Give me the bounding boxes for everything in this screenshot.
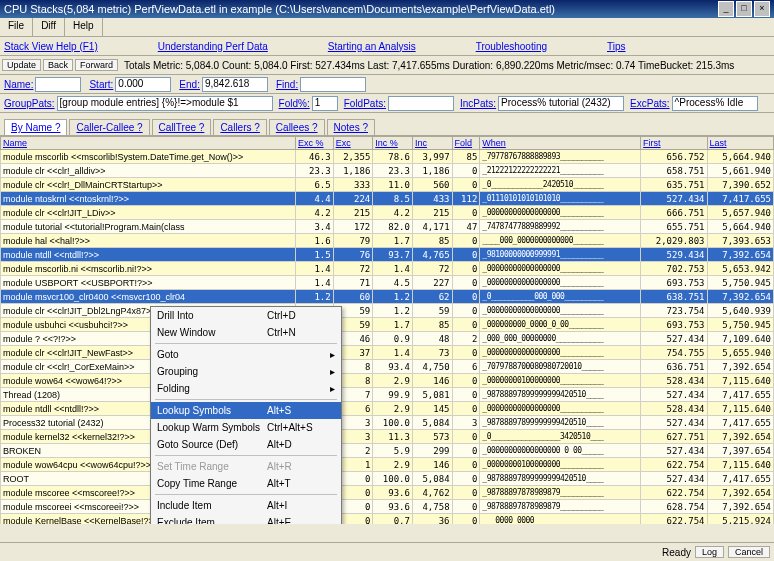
value-cell[interactable]: 112 [452,192,480,206]
value-cell[interactable]: 528.434 [641,402,707,416]
value-cell[interactable]: 1.2 [296,290,334,304]
value-cell[interactable]: _0__________000_000_________ [480,290,641,304]
value-cell[interactable]: 100.0 [373,472,413,486]
value-cell[interactable]: 622.754 [641,486,707,500]
value-cell[interactable]: 1.4 [373,346,413,360]
value-cell[interactable]: 0 [452,472,480,486]
value-cell[interactable]: ___0000_0000_________________ [480,514,641,525]
value-cell[interactable]: _0____________2420510_______ [480,178,641,192]
value-cell[interactable]: 754.755 [641,346,707,360]
value-cell[interactable]: 0 [452,486,480,500]
value-cell[interactable]: 93.4 [373,360,413,374]
value-cell[interactable]: 1,186 [333,164,373,178]
value-cell[interactable]: 0 [452,262,480,276]
value-cell[interactable]: 638.751 [641,290,707,304]
value-cell[interactable]: 145 [412,402,452,416]
name-cell[interactable]: module clr <<clr!JIT_LDiv>> [1,206,296,220]
table-row[interactable]: module clr <<clr!_CorExeMain>>0.2893.44,… [1,360,774,374]
value-cell[interactable]: 93.7 [373,248,413,262]
cancel-button[interactable]: Cancel [728,546,770,558]
value-cell[interactable]: _00000000000000000__________ [480,206,641,220]
value-cell[interactable]: _000_000_00000000___________ [480,332,641,346]
value-cell[interactable]: 215 [412,206,452,220]
value-cell[interactable]: _98788897878989879__________ [480,486,641,500]
col-header[interactable]: First [641,137,707,150]
value-cell[interactable]: 573 [412,430,452,444]
value-cell[interactable]: 0 [452,178,480,192]
value-cell[interactable]: _98100000000999991__________ [480,248,641,262]
value-cell[interactable]: 46.3 [296,150,334,164]
value-cell[interactable]: 2.9 [373,374,413,388]
tab-notes[interactable]: Notes ? [327,119,375,135]
value-cell[interactable]: 100.0 [373,416,413,430]
value-cell[interactable]: 99.9 [373,388,413,402]
value-cell[interactable]: 5,661.940 [707,164,773,178]
col-header[interactable]: Exc [333,137,373,150]
table-row[interactable]: module kernel32 <<kernel32!?>>0.1311.357… [1,430,774,444]
value-cell[interactable]: 85 [452,150,480,164]
table-row[interactable]: module mscorlib.ni <<mscorlib.ni!?>>1.47… [1,262,774,276]
value-cell[interactable]: 1.2 [373,290,413,304]
value-cell[interactable]: 1.6 [296,234,334,248]
value-cell[interactable]: 7,397.654 [707,444,773,458]
value-cell[interactable]: 0 [452,234,480,248]
end-input[interactable]: 9,842.618 [202,77,268,92]
table-row[interactable]: module ntdll <<ntdll!?>>0.162.91450_0000… [1,402,774,416]
value-cell[interactable]: _00000000000000000 0 00_____ [480,444,641,458]
context-menu[interactable]: Drill IntoCtrl+DNew WindowCtrl+NGoto▸Gro… [150,306,342,524]
value-cell[interactable]: 299 [412,444,452,458]
back-button[interactable]: Back [43,59,73,71]
link-troubleshooting[interactable]: Troubleshooting [476,41,547,52]
col-header[interactable]: Exc % [296,137,334,150]
value-cell[interactable]: 0 [452,430,480,444]
value-cell[interactable]: 23.3 [296,164,334,178]
value-cell[interactable]: _98788897899999999420510____ [480,388,641,402]
value-cell[interactable]: 4,765 [412,248,452,262]
value-cell[interactable]: _74787477889889992__________ [480,220,641,234]
grouppats-input[interactable]: [group module entries] {%}!=>module $1 [57,96,273,111]
value-cell[interactable]: _000000000_0000_0_00________ [480,318,641,332]
table-row[interactable]: Thread (1208)0.1799.95,0810_987888978999… [1,388,774,402]
table-row[interactable]: module clr <<clr!_DllMainCRTStartup>>6.5… [1,178,774,192]
value-cell[interactable]: 7,392.654 [707,360,773,374]
start-input[interactable]: 0.000 [115,77,171,92]
tab-callers[interactable]: Callers ? [213,119,266,135]
tab-calltree[interactable]: CallTree ? [152,119,212,135]
value-cell[interactable]: 146 [412,374,452,388]
value-cell[interactable]: 0 [452,444,480,458]
ctx-item[interactable]: Grouping▸ [151,363,341,380]
value-cell[interactable]: 527.434 [641,332,707,346]
value-cell[interactable]: 527.434 [641,416,707,430]
value-cell[interactable]: 7,390.652 [707,178,773,192]
value-cell[interactable]: 4,750 [412,360,452,374]
value-cell[interactable]: 636.751 [641,360,707,374]
table-row[interactable]: module clr <<clr!JIT_Dbl2LngP4x87>>1.259… [1,304,774,318]
name-cell[interactable]: module clr <<clr!_alldiv>> [1,164,296,178]
value-cell[interactable]: 433 [412,192,452,206]
value-cell[interactable]: _00000000000000000__________ [480,402,641,416]
value-cell[interactable]: 1.4 [296,262,334,276]
find-input[interactable] [300,77,366,92]
table-row[interactable]: module msvcr100_clr0400 <<msvcr100_clr04… [1,290,774,304]
value-cell[interactable]: 72 [333,262,373,276]
table-row[interactable]: module wow64 <<wow64!?>>0.282.91460_0000… [1,374,774,388]
value-cell[interactable]: 0 [452,248,480,262]
value-cell[interactable]: 227 [412,276,452,290]
value-cell[interactable]: 5,664.940 [707,150,773,164]
value-cell[interactable]: 5,750.945 [707,276,773,290]
col-header[interactable]: Fold [452,137,480,150]
value-cell[interactable]: 1.4 [373,262,413,276]
value-cell[interactable]: 93.6 [373,486,413,500]
minimize-icon[interactable]: _ [718,1,734,17]
value-cell[interactable]: 7,109.640 [707,332,773,346]
value-cell[interactable]: 1.2 [373,304,413,318]
excpats-input[interactable]: ^Process% Idle [672,96,758,111]
value-cell[interactable]: 0 [452,318,480,332]
link-tips[interactable]: Tips [607,41,626,52]
value-cell[interactable]: 658.751 [641,164,707,178]
value-cell[interactable]: 85 [412,318,452,332]
value-cell[interactable]: 4,171 [412,220,452,234]
table-row[interactable]: module ntoskrnl <<ntoskrnl!?>>4.42248.54… [1,192,774,206]
ctx-item[interactable]: Drill IntoCtrl+D [151,307,341,324]
value-cell[interactable]: 48 [412,332,452,346]
